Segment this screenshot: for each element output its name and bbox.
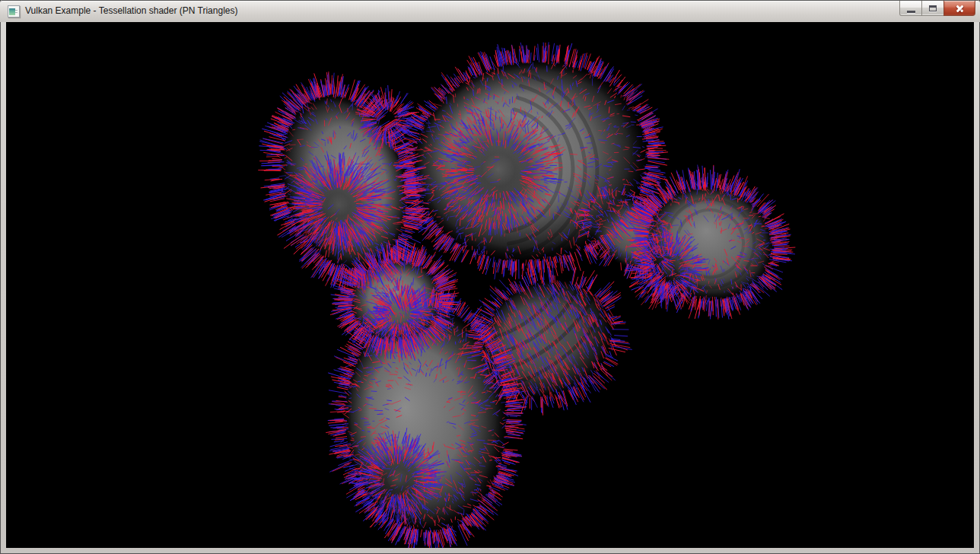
minimize-button[interactable]: [899, 1, 922, 16]
titlebar[interactable]: Vulkan Example - Tessellation shader (PN…: [0, 0, 980, 22]
window-title: Vulkan Example - Tessellation shader (PN…: [25, 0, 237, 22]
close-icon: [955, 3, 965, 13]
render-viewport: [6, 22, 974, 548]
app-icon: [8, 5, 20, 18]
minimize-icon: [907, 11, 915, 13]
app-window: Vulkan Example - Tessellation shader (PN…: [0, 0, 980, 554]
window-controls: [899, 1, 975, 16]
maximize-icon: [929, 5, 937, 11]
maximize-button[interactable]: [921, 1, 944, 16]
close-button[interactable]: [943, 1, 975, 16]
render-canvas[interactable]: [6, 22, 974, 548]
